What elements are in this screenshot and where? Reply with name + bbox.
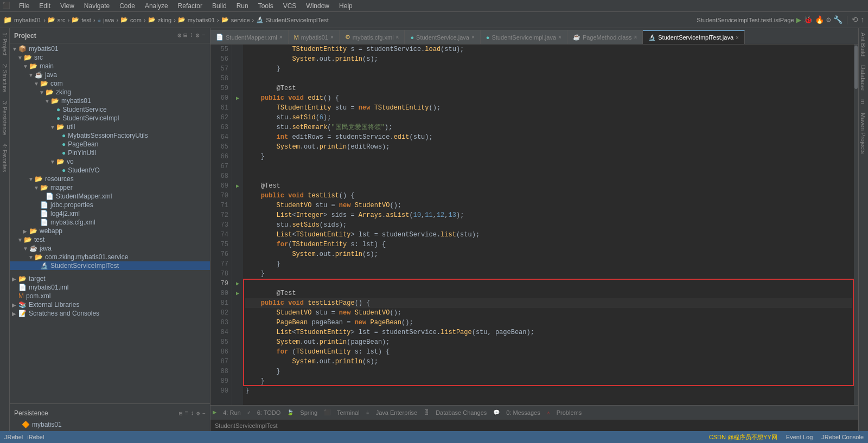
right-tab-maven[interactable]: Maven Projects bbox=[859, 108, 868, 158]
tree-com-zking-service[interactable]: ▼ 📂 com.zking.mybatis01.service bbox=[10, 253, 210, 261]
tree-vo[interactable]: ▼ 📂 vo bbox=[10, 157, 210, 166]
tab-close-6[interactable]: × bbox=[736, 35, 739, 41]
menu-analyze[interactable]: Analyze bbox=[141, 1, 173, 11]
tree-mybatis-cfg-xml[interactable]: 📄 mybatis.cfg.xml bbox=[10, 218, 210, 227]
profile-button[interactable]: ⚙ bbox=[826, 15, 831, 24]
tree-studentserviceimpl[interactable]: ● StudentServiceImpl bbox=[10, 114, 210, 123]
menu-build[interactable]: Build bbox=[208, 1, 231, 11]
menu-code[interactable]: Code bbox=[115, 1, 139, 11]
menu-view[interactable]: View bbox=[56, 1, 79, 11]
tree-test[interactable]: ▼ 📂 test bbox=[10, 235, 210, 244]
right-tab-ant[interactable]: Ant Build bbox=[859, 28, 868, 61]
tab-problems[interactable]: Problems bbox=[551, 407, 587, 419]
tree-mybatissession[interactable]: ● MybatisSessionFactoryUtils bbox=[10, 131, 210, 140]
menu-help[interactable]: Help bbox=[335, 1, 357, 11]
tree-studentvo[interactable]: ● StudentVO bbox=[10, 166, 210, 175]
tab-studentserviceimpltest[interactable]: 🔬 StudentServiceImplTest.java × bbox=[643, 30, 745, 44]
tree-main[interactable]: ▼ 📂 main bbox=[10, 62, 210, 70]
tree-src[interactable]: ▼ 📂 src bbox=[10, 53, 210, 62]
tab-terminal[interactable]: Terminal bbox=[331, 407, 365, 419]
right-tab-database[interactable]: Database bbox=[859, 61, 868, 95]
tab-mybatis01[interactable]: M mybatis01 × bbox=[289, 30, 340, 44]
menu-file[interactable]: File bbox=[15, 1, 34, 11]
menu-vcs[interactable]: VCS bbox=[279, 1, 301, 11]
tree-resources[interactable]: ▼ 📂 resources bbox=[10, 175, 210, 183]
list-icon[interactable]: ≡ bbox=[185, 410, 189, 417]
tree-pom-xml[interactable]: M pom.xml bbox=[10, 292, 210, 300]
left-tab-favorites[interactable]: 4: Favorites bbox=[0, 139, 9, 176]
tree-jdbc-properties[interactable]: 📄 jdbc.properties bbox=[10, 201, 210, 209]
status-jrebel-console[interactable]: JRebel Console bbox=[821, 434, 864, 440]
tree-test-java[interactable]: ▼ ☕ java bbox=[10, 244, 210, 253]
tree-pagebean[interactable]: ● PageBean bbox=[10, 140, 210, 149]
tree-mybatis01-pkg[interactable]: ▼ 📂 mybatis01 bbox=[10, 97, 210, 105]
expand-icon[interactable]: ↕ bbox=[190, 410, 194, 417]
test-gutter-marker-80[interactable]: ▶ bbox=[236, 290, 239, 297]
status-event-log[interactable]: Event Log bbox=[786, 434, 813, 440]
tree-target[interactable]: ▶ 📂 target bbox=[10, 274, 210, 283]
layout-icon[interactable]: ⊟ bbox=[183, 31, 187, 40]
tree-mapper[interactable]: ▼ 📂 mapper bbox=[10, 183, 210, 192]
tree-util[interactable]: ▼ 📂 util bbox=[10, 123, 210, 131]
tab-messages[interactable]: 0: Messages bbox=[501, 407, 545, 419]
left-tab-project[interactable]: 1: Project bbox=[0, 28, 9, 60]
tree-pinyinutil[interactable]: ● PinYinUtil bbox=[10, 149, 210, 157]
tree-scratches[interactable]: ▶ 📝 Scratches and Consoles bbox=[10, 309, 210, 318]
tree-studentmapper-xml[interactable]: 📄 StudentMapper.xml bbox=[10, 192, 210, 201]
tab-db-changes[interactable]: Database Changes bbox=[430, 407, 492, 419]
tree-studentserviceimpltest[interactable]: 🔬 StudentServiceImplTest bbox=[10, 261, 210, 270]
coverage-button[interactable]: 🔥 bbox=[815, 15, 824, 24]
close-panel-icon[interactable]: – bbox=[202, 31, 206, 40]
tab-mybatis-cfg[interactable]: ⚙ mybatis.cfg.xml × bbox=[340, 30, 405, 44]
editor-scrollbar[interactable] bbox=[854, 44, 858, 405]
status-jrebel[interactable]: JRebel bbox=[4, 434, 23, 440]
persistence-settings-icon[interactable]: ⚙ bbox=[196, 410, 200, 417]
menu-window[interactable]: Window bbox=[302, 1, 334, 11]
tab-studentmapper-xml[interactable]: 📄 StudentMapper.xml × bbox=[210, 30, 289, 44]
persistence-close-icon[interactable]: – bbox=[202, 410, 206, 417]
right-tab-m[interactable]: m bbox=[859, 95, 868, 108]
tab-close-1[interactable]: × bbox=[330, 34, 334, 40]
test-gutter-marker-69[interactable]: ▶ bbox=[236, 183, 239, 189]
tree-mybatis01-iml[interactable]: 📄 mybatis01.iml bbox=[10, 283, 210, 292]
test-gutter-marker-60[interactable]: ▶ bbox=[236, 95, 239, 101]
menu-navigate[interactable]: Navigate bbox=[80, 1, 114, 11]
menu-run[interactable]: Run bbox=[232, 1, 253, 11]
tab-spring[interactable]: Spring bbox=[295, 407, 323, 419]
menu-edit[interactable]: Edit bbox=[35, 1, 55, 11]
tree-studentservice-interface[interactable]: ● StudentService bbox=[10, 105, 210, 114]
scrollbar-thumb[interactable] bbox=[854, 46, 858, 89]
push-button[interactable]: ↑ bbox=[860, 16, 865, 24]
tab-studentserviceimpl[interactable]: ● StudentServiceImpl.java × bbox=[481, 30, 567, 44]
left-tab-structure[interactable]: 2: Structure bbox=[0, 60, 9, 97]
menu-tools[interactable]: Tools bbox=[254, 1, 278, 11]
status-irebel[interactable]: iRebel bbox=[27, 434, 44, 440]
tree-zking[interactable]: ▼ 📂 zking bbox=[10, 88, 210, 97]
tree-log4j2-xml[interactable]: 📄 log4j2.xml bbox=[10, 209, 210, 218]
tab-close-5[interactable]: × bbox=[634, 34, 637, 40]
tree-mybatis01-root[interactable]: ▼ 📦 mybatis01 bbox=[10, 44, 210, 53]
sync-icon[interactable]: ↕ bbox=[189, 31, 193, 40]
tab-run[interactable]: 4: Run bbox=[218, 407, 246, 419]
tab-todo[interactable]: 6: TODO bbox=[252, 407, 286, 419]
menu-refactor[interactable]: Refactor bbox=[174, 1, 207, 11]
tab-close-2[interactable]: × bbox=[396, 34, 399, 40]
tab-close-3[interactable]: × bbox=[471, 34, 475, 40]
settings2-icon[interactable]: ⚙ bbox=[196, 31, 200, 40]
grid-icon[interactable]: ⊟ bbox=[179, 410, 183, 417]
tab-java-enterprise[interactable]: Java Enterprise bbox=[371, 407, 423, 419]
gear-icon[interactable]: ⚙ bbox=[177, 31, 181, 40]
tree-com[interactable]: ▼ 📂 com bbox=[10, 79, 210, 88]
persistence-mybatis01[interactable]: 🔶 mybatis01 bbox=[10, 420, 210, 429]
test-gutter-marker-79[interactable]: ▶ bbox=[236, 280, 239, 287]
tab-close-4[interactable]: × bbox=[558, 34, 561, 40]
code-editor[interactable]: TStudentEntity s = studentService.load(s… bbox=[243, 44, 854, 405]
debug-button[interactable]: 🐞 bbox=[803, 15, 813, 24]
tab-close-0[interactable]: × bbox=[279, 34, 283, 40]
tab-pagemethod[interactable]: ☕ PageMethod.class × bbox=[567, 30, 643, 44]
tree-java[interactable]: ▼ ☕ java bbox=[10, 70, 210, 79]
run-button[interactable]: ▶ bbox=[796, 15, 802, 25]
left-tab-persistence[interactable]: 3: Persistence bbox=[0, 97, 9, 139]
vcs-button[interactable]: ⟲ bbox=[852, 15, 858, 24]
tree-external-libraries[interactable]: ▶ 📚 External Libraries bbox=[10, 300, 210, 309]
